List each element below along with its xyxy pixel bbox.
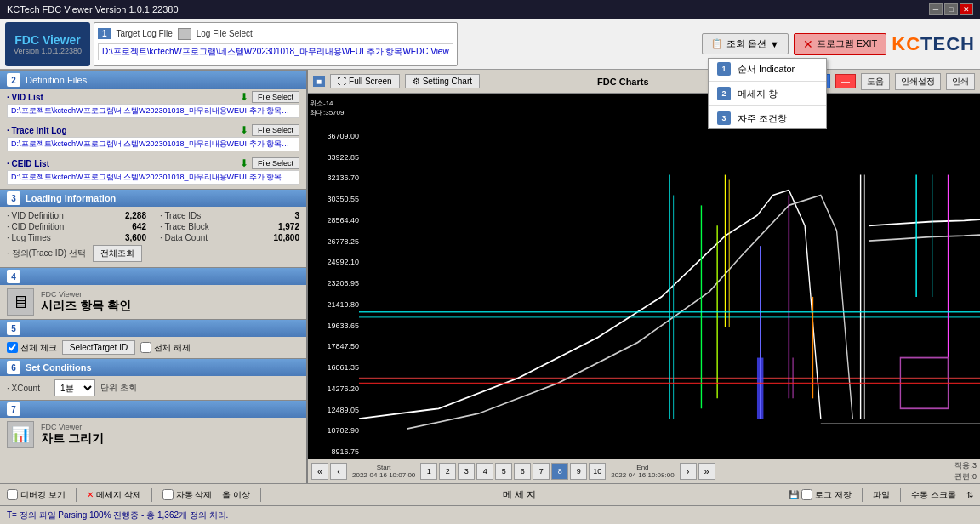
auto-delete-label: 자동 삭제	[176, 489, 213, 501]
cid-def-row: · CID Definition 642	[7, 221, 146, 232]
vid-list-header: · VID List ⬇ File Select	[7, 91, 299, 103]
page-8-button[interactable]: 8	[551, 463, 568, 480]
y-label-3: 32136.70	[310, 174, 359, 182]
series-body: 🖥 FDC Viewer 시리즈 항목 확인	[0, 285, 306, 319]
print-button[interactable]: 인쇄	[946, 73, 975, 90]
log-save-label: 로그 저장	[815, 489, 852, 501]
main-content: 2 Definition Files · VID List ⬇ File Sel…	[0, 70, 980, 483]
app-title: KCTech FDC Viewer Version 1.0.1.22380	[7, 4, 179, 14]
full-screen-button[interactable]: ⛶ Full Screen	[330, 74, 400, 88]
page-5-button[interactable]: 5	[495, 463, 512, 480]
y-label-1: 36709.00	[310, 132, 359, 140]
y-label-7: 24992.10	[310, 258, 359, 266]
page-4-button[interactable]: 4	[476, 463, 493, 480]
page-6-button[interactable]: 6	[514, 463, 531, 480]
log-save-checkbox[interactable]	[801, 489, 812, 500]
chart-area: 위소-14 최대:35709 36709.00 33922.85 32136.7…	[308, 94, 980, 459]
dropdown-item-2[interactable]: 2 메세지 창	[709, 83, 826, 104]
trace-file-path: D:\프로젝트\kctechW프로그램\네스텔W202301018_마무리내용W…	[7, 137, 299, 151]
xcount-unit: 단위 초회	[100, 382, 137, 394]
fullscreen-icon: ⛶	[338, 77, 346, 86]
vid-list-label: · VID List	[7, 93, 43, 102]
trace-init-header: · Trace Init Log ⬇ File Select	[7, 124, 299, 136]
nav-next-button[interactable]: ›	[680, 463, 697, 480]
vid-file-select-button[interactable]: File Select	[252, 91, 299, 103]
check-section: 5 전체 체크 SelectTarget ID 전체 해제	[0, 319, 306, 358]
page-10-button[interactable]: 10	[589, 463, 606, 480]
help-button[interactable]: 도움	[861, 73, 890, 90]
chart-canvas	[359, 94, 980, 459]
ceid-file-path: D:\프로젝트\kctechW프로그램\네스텔W202301018_마무리내용W…	[7, 170, 299, 185]
scroll-icon: ⇅	[966, 490, 973, 499]
xcount-select[interactable]: 1분 5분 10분	[54, 379, 95, 396]
page-1-button[interactable]: 1	[420, 463, 437, 480]
auto-delete-item: 자동 삭제	[162, 489, 213, 501]
chart-icon: 📊	[7, 421, 34, 448]
trace-file-select-button[interactable]: File Select	[252, 124, 299, 136]
y-label-4: 30350.55	[310, 195, 359, 203]
check-all-checkbox[interactable]	[7, 342, 18, 353]
query-all-button[interactable]: 전체조회	[93, 245, 142, 262]
remove-chart-button[interactable]: —	[835, 74, 856, 88]
chart-svg	[359, 94, 980, 459]
dropdown-item-3[interactable]: 3 자주 조건창	[709, 108, 826, 128]
check-all-item: 전체 체크	[7, 342, 57, 354]
trace-init-label: · Trace Init Log	[7, 126, 67, 135]
y-label-6: 26778.25	[310, 237, 359, 246]
left-panel: 2 Definition Files · VID List ⬇ File Sel…	[0, 70, 308, 483]
delete-msg-label[interactable]: 메세지 삭제	[96, 489, 141, 501]
chart-section-indicator: ■	[313, 76, 325, 87]
dropdown-item-1[interactable]: 1 순서 Indicator	[709, 59, 826, 79]
nav-prev-button[interactable]: ‹	[330, 463, 347, 480]
vid-list-row: · VID List ⬇ File Select D:\프로젝트\kctechW…	[0, 89, 306, 122]
nav-last-button[interactable]: »	[698, 463, 715, 480]
page-7-button[interactable]: 7	[533, 463, 550, 480]
y-label-8: 23206.95	[310, 279, 359, 288]
page-3-button[interactable]: 3	[458, 463, 475, 480]
data-count-label: · Data Count	[160, 233, 208, 242]
definition-files-title: Definition Files	[26, 75, 87, 85]
ceid-file-select-button[interactable]: File Select	[252, 157, 299, 169]
chart-nav: « ‹ Start 2022-04-16 10:07:00 1 2 3 4 5 …	[308, 459, 980, 483]
print-setting-button[interactable]: 인쇄설정	[895, 73, 941, 90]
vid-def-label: · VID Definition	[7, 211, 64, 220]
y-label-16: 8916.75	[310, 447, 359, 456]
close-button[interactable]: ✕	[960, 3, 973, 15]
debug-view-checkbox[interactable]	[7, 489, 18, 500]
dropdown-separator	[709, 81, 826, 82]
series-text: FDC Viewer 시리즈 항목 확인	[41, 290, 131, 314]
maximize-button[interactable]: □	[944, 3, 958, 15]
definition-files-header: 2 Definition Files	[0, 70, 306, 89]
settings-icon: ⚙	[413, 77, 420, 86]
page-2-button[interactable]: 2	[439, 463, 456, 480]
divider-4	[778, 488, 778, 502]
download-icon-3: ⬇	[240, 157, 248, 169]
status-bar: 디버깅 보기 ✕ 메세지 삭제 자동 삭제 올 이상 메 세 지 💾 로그 저장…	[0, 483, 980, 505]
page-9-button[interactable]: 9	[570, 463, 587, 480]
options-icon: 📋	[711, 38, 723, 49]
file-icon	[178, 28, 191, 40]
uncheck-all-checkbox[interactable]	[140, 342, 151, 353]
data-count-row: · Data Count 10,800	[160, 232, 299, 243]
file-label: 파일	[873, 489, 890, 501]
save-icon: 💾	[789, 490, 799, 499]
setting-chart-button[interactable]: ⚙ Setting Chart	[405, 74, 480, 88]
options-button[interactable]: 📋 조회 옵션 ▼	[702, 33, 789, 54]
series-icon: 🖥	[7, 288, 34, 316]
right-panel: ■ ⛶ Full Screen ⚙ Setting Chart FDC Char…	[308, 70, 980, 483]
minimize-button[interactable]: ─	[929, 3, 943, 15]
divider-5	[862, 488, 863, 502]
title-bar: KCTech FDC Viewer Version 1.0.1.22380 ─ …	[0, 0, 980, 19]
auto-delete-checkbox[interactable]	[162, 489, 174, 500]
series-subtitle: FDC Viewer	[41, 290, 131, 299]
section-num-2: 2	[7, 73, 20, 87]
ceid-list-header: · CEID List ⬇ File Select	[7, 157, 299, 169]
delete-msg-item: ✕ 메세지 삭제	[87, 489, 141, 501]
section-num-6: 6	[7, 361, 20, 374]
chart-min-label: 위소-14	[310, 99, 357, 108]
select-target-id-button[interactable]: SelectTarget ID	[62, 340, 135, 355]
chevron-down-icon: ▼	[770, 39, 779, 49]
nav-first-button[interactable]: «	[311, 463, 328, 480]
loading-info-section: 3 Loading Information · VID Definition 2…	[0, 189, 306, 267]
exit-button[interactable]: ✕ 프로그램 EXIT	[794, 33, 887, 55]
